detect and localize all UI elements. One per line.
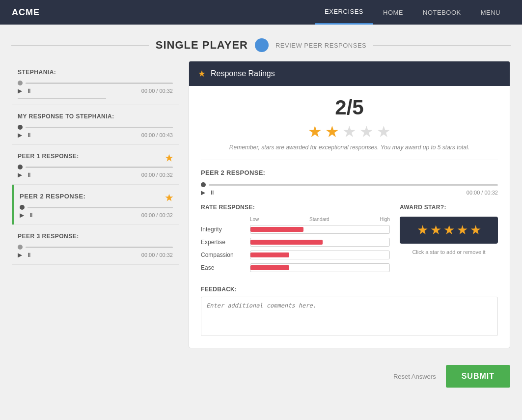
slider-compassion: Compassion — [201, 251, 390, 259]
peer1-section: PEER 1 RESPONSE: ★ ▶ ⏸ 00:00 / 00:32 — [12, 145, 179, 185]
score-star-4[interactable]: ★ — [359, 122, 374, 141]
my-response-track-bar[interactable] — [26, 127, 173, 128]
peer3-track-dot — [18, 245, 23, 250]
peer2-audio-time: 00:00 / 00:32 — [467, 190, 498, 196]
peer2-pause-btn[interactable]: ⏸ — [28, 212, 34, 219]
award-hint: Click a star to add or remove it — [400, 249, 498, 256]
score-star-2[interactable]: ★ — [325, 122, 339, 141]
peer1-play-btn[interactable]: ▶ — [18, 171, 22, 178]
stephania-divider — [18, 98, 106, 99]
my-response-label: MY RESPONSE TO STEPHANIA: — [18, 113, 173, 120]
slider-name-ease: Ease — [201, 264, 245, 271]
peer1-time: 00:00 / 00:32 — [141, 172, 173, 178]
peer1-track — [18, 165, 173, 169]
my-response-controls: ▶ ⏸ 00:00 / 00:43 — [18, 132, 173, 139]
peer3-pause-btn[interactable]: ⏸ — [26, 252, 32, 258]
brand-logo: ACME — [12, 7, 40, 18]
score-hint: Remember, stars are awarded for exceptio… — [201, 144, 498, 151]
peer1-track-bar[interactable] — [26, 167, 173, 168]
stephania-label: STEPHANIA: — [18, 69, 173, 76]
score-section: 2/5 ★ ★ ★ ★ ★ Remember, stars are awarde… — [201, 96, 498, 160]
breadcrumb: SINGLE PLAYER REVIEW PEER RESPONSES — [0, 25, 522, 61]
slider-track-integrity[interactable] — [250, 225, 390, 234]
slider-ease: Ease — [201, 263, 390, 272]
peer2-audio-pause[interactable]: ⏸ — [209, 189, 215, 196]
slider-name-integrity: Integrity — [201, 226, 245, 233]
award-star-3[interactable]: ★ — [443, 223, 455, 238]
peer3-play-btn[interactable]: ▶ — [18, 252, 22, 258]
slider-track-compassion[interactable] — [250, 251, 390, 259]
stephania-controls: ▶ ⏸ 00:00 / 00:32 — [18, 87, 173, 94]
reset-answers-link[interactable]: Reset Answers — [393, 373, 436, 380]
peer3-track — [18, 245, 173, 250]
slider-name-expertise: Expertise — [201, 239, 245, 246]
peer3-controls: ▶ ⏸ 00:00 / 00:32 — [18, 252, 173, 258]
stephania-play-btn[interactable]: ▶ — [18, 87, 22, 94]
my-response-section: MY RESPONSE TO STEPHANIA: ▶ ⏸ 00:00 / 00… — [12, 105, 179, 145]
submit-button[interactable]: SUBMIT — [446, 365, 510, 388]
award-star-1[interactable]: ★ — [417, 223, 428, 238]
peer2-controls: ▶ ⏸ 00:00 / 00:32 — [20, 212, 173, 219]
slider-track-expertise[interactable] — [250, 238, 390, 247]
score-star-1[interactable]: ★ — [308, 122, 322, 141]
score-stars-row: ★ ★ ★ ★ ★ — [201, 122, 498, 141]
card-body: 2/5 ★ ★ ★ ★ ★ Remember, stars are awarde… — [189, 86, 510, 348]
peer2-label: PEER 2 RESPONSE: ★ — [20, 193, 173, 200]
right-panel: ★ Response Ratings 2/5 ★ ★ ★ ★ ★ Remembe… — [189, 61, 510, 348]
score-star-3[interactable]: ★ — [342, 122, 357, 141]
peer2-section: PEER 2 RESPONSE: ★ ▶ ⏸ 00:00 / 00:32 — [12, 185, 179, 225]
stephania-track — [18, 81, 173, 85]
nav-home[interactable]: HOME — [373, 0, 413, 25]
my-response-time: 00:00 / 00:43 — [141, 132, 173, 138]
peer2-track-bar[interactable] — [27, 207, 173, 208]
stephania-pause-btn[interactable]: ⏸ — [26, 87, 32, 94]
nav-menu[interactable]: MENU — [471, 0, 510, 25]
award-stars-box: ★ ★ ★ ★ ★ — [400, 217, 498, 244]
peer1-star-badge: ★ — [165, 153, 173, 164]
card-title: Response Ratings — [211, 69, 275, 78]
feedback-block: FEEDBACK: — [201, 286, 498, 338]
left-panel: STEPHANIA: ▶ ⏸ 00:00 / 00:32 MY RESPONSE… — [12, 61, 179, 348]
peer2-response-block: PEER 2 RESPONSE: ▶ ⏸ 00:00 / 00:32 — [201, 169, 498, 196]
peer2-audio-controls: ▶ ⏸ 00:00 / 00:32 — [201, 189, 498, 196]
peer1-pause-btn[interactable]: ⏸ — [26, 171, 32, 178]
award-section-title: AWARD STAR?: — [400, 204, 498, 211]
peer2-time: 00:00 / 00:32 — [141, 212, 173, 218]
award-star-2[interactable]: ★ — [430, 223, 441, 238]
breadcrumb-line-right — [373, 45, 511, 46]
slider-expertise: Expertise — [201, 238, 390, 247]
peer2-response-label: PEER 2 RESPONSE: — [201, 169, 498, 176]
peer2-audio-bar[interactable] — [209, 184, 498, 186]
slider-track-ease[interactable] — [250, 263, 390, 272]
label-low: Low — [250, 217, 259, 222]
peer3-track-bar[interactable] — [26, 247, 173, 248]
award-stars-row: ★ ★ ★ ★ ★ — [406, 223, 492, 238]
slider-fill-ease — [250, 265, 289, 270]
feedback-label: FEEDBACK: — [201, 286, 498, 293]
peer2-track — [20, 205, 173, 210]
nav-links: EXERCISES HOME NOTEBOOK MENU — [315, 0, 510, 25]
bottom-bar: Reset Answers SUBMIT — [0, 358, 522, 394]
breadcrumb-dot — [255, 38, 269, 52]
award-star-5[interactable]: ★ — [470, 223, 481, 238]
nav-exercises[interactable]: EXERCISES — [315, 0, 373, 25]
award-star-4[interactable]: ★ — [457, 223, 468, 238]
stephania-time: 00:00 / 00:32 — [141, 88, 173, 94]
slider-fill-expertise — [250, 240, 323, 245]
feedback-textarea[interactable] — [201, 297, 498, 336]
stephania-track-bar[interactable] — [26, 83, 173, 84]
slider-name-compassion: Compassion — [201, 252, 245, 258]
peer2-audio-play[interactable]: ▶ — [201, 189, 205, 196]
my-response-track-dot — [18, 125, 23, 130]
nav-notebook[interactable]: NOTEBOOK — [413, 0, 471, 25]
my-response-play-btn[interactable]: ▶ — [18, 132, 22, 139]
peer2-audio-track — [201, 182, 498, 187]
stephania-section: STEPHANIA: ▶ ⏸ 00:00 / 00:32 — [12, 61, 179, 105]
my-response-pause-btn[interactable]: ⏸ — [26, 132, 32, 139]
peer2-play-btn[interactable]: ▶ — [20, 212, 24, 219]
score-star-5[interactable]: ★ — [377, 122, 391, 141]
card-header-star-icon: ★ — [198, 68, 206, 79]
label-standard: Standard — [309, 217, 330, 222]
rate-award-row: RATE RESPONSE: Low Standard High Integri… — [201, 204, 498, 276]
peer1-label: PEER 1 RESPONSE: ★ — [18, 153, 173, 160]
